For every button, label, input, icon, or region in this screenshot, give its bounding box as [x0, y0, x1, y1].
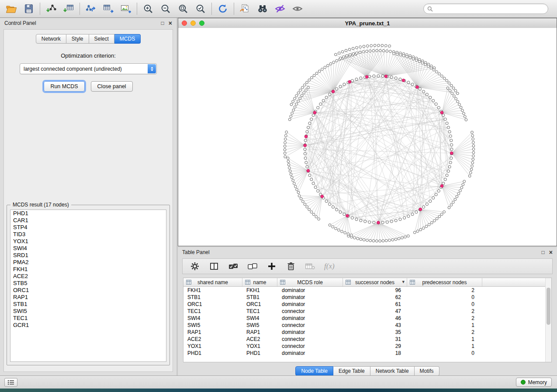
column-header[interactable]: shared name ▾ — [183, 278, 242, 286]
mcds-result-item[interactable]: ORC1 — [10, 287, 166, 294]
mcds-result-item[interactable]: RAP1 — [10, 294, 166, 301]
float-window-icon[interactable]: □ — [161, 21, 164, 26]
control-panel-tab[interactable]: Style — [66, 34, 89, 44]
toolbar-separator — [80, 3, 80, 15]
mcds-result-item[interactable]: PMA2 — [10, 259, 166, 266]
table-row[interactable]: STB1 STB1 dominator 62 0 — [183, 294, 551, 301]
mcds-result-item[interactable]: STB1 — [10, 301, 166, 308]
cell-mcds-role: connector — [277, 343, 343, 349]
close-panel-icon[interactable]: × — [549, 250, 553, 255]
mcds-result-item[interactable]: TEC1 — [10, 315, 166, 322]
search-binoculars-icon[interactable] — [254, 1, 271, 16]
mcds-result-item[interactable]: CAR1 — [10, 217, 166, 224]
cell-name: PHD1 — [242, 350, 277, 356]
select-all-rows-icon[interactable] — [228, 261, 239, 272]
zoom-selected-icon[interactable] — [192, 1, 209, 16]
add-column-icon[interactable] — [266, 261, 277, 272]
column-header-label: predecessor nodes — [422, 279, 467, 285]
status-bar: Memory — [0, 375, 557, 389]
table-row[interactable]: SWI4 SWI4 dominator 46 2 — [183, 315, 551, 322]
mcds-result-item[interactable]: YOX1 — [10, 238, 166, 245]
mcds-result-item[interactable]: FKH1 — [10, 266, 166, 273]
table-row[interactable]: TEC1 TEC1 connector 47 2 — [183, 308, 551, 315]
network-canvas[interactable] — [178, 28, 557, 246]
cell-shared-name: ORC1 — [183, 301, 242, 307]
close-panel-icon[interactable]: × — [169, 21, 172, 26]
zoom-in-icon[interactable] — [139, 1, 157, 16]
column-header[interactable]: predecessor nodes ▾ — [407, 278, 482, 286]
mcds-result-item[interactable]: ACE2 — [10, 273, 166, 280]
table-settings-gear-icon[interactable] — [190, 261, 200, 272]
column-header[interactable]: MCDS role ▾ — [277, 278, 343, 286]
column-header-label: shared name — [197, 279, 228, 285]
mcds-result-title: MCDS result (17 nodes) — [10, 202, 71, 208]
refresh-layout-icon[interactable] — [214, 1, 232, 16]
table-panel: Table Panel □ × — [178, 247, 557, 375]
table-row[interactable]: PHD1 PHD1 dominator 18 0 — [183, 350, 551, 357]
network-window-titlebar[interactable]: YPA_prune.txt_1 — [178, 18, 557, 28]
zoom-fit-icon[interactable] — [174, 1, 192, 16]
open-folder-icon[interactable] — [3, 1, 20, 16]
mcds-result-item[interactable]: SWI4 — [10, 245, 166, 252]
table-panel-tab[interactable]: Network Table — [370, 366, 415, 376]
float-window-icon[interactable]: □ — [542, 250, 545, 255]
table-row[interactable]: FKH1 FKH1 dominator 96 2 — [183, 287, 551, 294]
delete-column-icon[interactable] — [286, 261, 296, 272]
column-header[interactable]: successor nodes ▾ — [343, 278, 407, 286]
search-input[interactable] — [435, 5, 544, 12]
node-table: shared name ▾ name ▾ MCDS role ▾ — [183, 278, 552, 362]
mcds-result-item[interactable]: STP4 — [10, 224, 166, 231]
scrollbar-thumb[interactable] — [547, 288, 550, 325]
cell-successor-nodes: 47 — [343, 308, 407, 314]
toolbar-separator — [211, 3, 212, 15]
cell-predecessor-nodes: 2 — [407, 329, 482, 335]
task-history-icon[interactable] — [4, 378, 17, 387]
close-panel-button[interactable]: Close panel — [91, 81, 133, 92]
mcds-result-item[interactable]: TID3 — [10, 231, 166, 238]
table-row[interactable]: YOX1 YOX1 connector 29 1 — [183, 343, 551, 350]
memory-button[interactable]: Memory — [516, 378, 552, 387]
table-vertical-scrollbar[interactable] — [545, 278, 551, 362]
table-row[interactable]: RAP1 RAP1 dominator 35 2 — [183, 329, 551, 336]
mcds-result-item[interactable]: SWI5 — [10, 308, 166, 315]
clone-network-icon[interactable] — [236, 1, 254, 16]
control-panel-tab[interactable]: Select — [89, 34, 114, 44]
mcds-result-item[interactable]: SRD1 — [10, 252, 166, 259]
control-panel-tab[interactable]: MCDS — [114, 34, 141, 44]
cell-name: FKH1 — [242, 287, 277, 293]
criterion-select[interactable]: largest connected component (undirected) — [20, 63, 157, 74]
cell-mcds-role: dominator — [277, 287, 343, 293]
run-mcds-button[interactable]: Run MCDS — [44, 81, 84, 92]
export-network-icon[interactable] — [82, 1, 100, 16]
cell-name: RAP1 — [242, 329, 277, 335]
import-table-icon[interactable] — [60, 1, 77, 16]
mcds-result-item[interactable]: GCR1 — [10, 322, 166, 329]
table-row[interactable]: ORC1 ORC1 dominator 61 0 — [183, 301, 551, 308]
control-panel-tab[interactable]: Network — [36, 34, 66, 44]
save-session-icon[interactable] — [20, 1, 38, 16]
table-row[interactable]: ACE2 ACE2 connector 31 1 — [183, 336, 551, 343]
hide-selected-icon[interactable] — [271, 1, 289, 16]
cell-successor-nodes: 43 — [343, 322, 407, 328]
zoom-out-icon[interactable] — [157, 1, 174, 16]
network-window: YPA_prune.txt_1 — [178, 18, 557, 246]
import-network-icon[interactable] — [42, 1, 60, 16]
export-table-icon[interactable] — [100, 1, 117, 16]
show-all-icon[interactable] — [289, 1, 306, 16]
table-panel-tab[interactable]: Node Table — [295, 366, 333, 376]
deselect-all-rows-icon[interactable] — [247, 261, 258, 272]
table-panel-tab[interactable]: Edge Table — [333, 366, 370, 376]
table-panel-tab[interactable]: Motifs — [415, 366, 439, 376]
sort-desc-icon[interactable]: ▾ — [402, 279, 405, 285]
cell-name: ACE2 — [242, 336, 277, 342]
table-row[interactable]: SWI5 SWI5 connector 43 1 — [183, 322, 551, 329]
mcds-result-item[interactable]: STB5 — [10, 280, 166, 287]
mcds-result-item[interactable]: PHD1 — [10, 210, 166, 217]
show-columns-icon[interactable] — [209, 261, 219, 272]
cell-name: ORC1 — [242, 301, 277, 307]
export-image-icon[interactable] — [117, 1, 135, 16]
cell-successor-nodes: 61 — [343, 301, 407, 307]
column-header[interactable]: name ▾ — [242, 278, 277, 286]
column-grid-icon — [346, 280, 351, 285]
mcds-result-list[interactable]: PHD1CAR1STP4TID3YOX1SWI4SRD1PMA2FKH1ACE2… — [10, 210, 166, 362]
